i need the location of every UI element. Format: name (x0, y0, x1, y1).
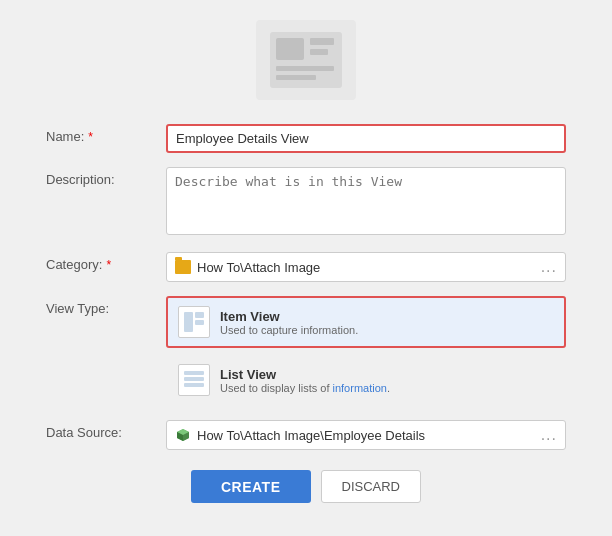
description-textarea[interactable] (166, 167, 566, 235)
svg-rect-8 (195, 320, 204, 325)
category-row: Category: * How To\Attach Image ... (46, 252, 566, 282)
description-field (166, 167, 566, 238)
datasource-field-wrapper: How To\Attach Image\Employee Details ... (166, 420, 566, 450)
category-value-display: How To\Attach Image (175, 260, 320, 275)
description-row: Description: (46, 167, 566, 238)
category-field-wrapper: How To\Attach Image ... (166, 252, 566, 282)
svg-rect-2 (310, 38, 334, 45)
name-label: Name: * (46, 124, 166, 144)
svg-rect-10 (184, 377, 204, 381)
view-type-label: View Type: (46, 296, 166, 316)
svg-rect-3 (310, 49, 328, 55)
datasource-text: How To\Attach Image\Employee Details (197, 428, 425, 443)
category-select[interactable]: How To\Attach Image ... (166, 252, 566, 282)
svg-rect-9 (184, 371, 204, 375)
list-view-icon (178, 364, 210, 396)
name-required: * (88, 130, 93, 144)
name-input[interactable] (166, 124, 566, 153)
list-view-option[interactable]: List View Used to display lists of infor… (166, 354, 566, 406)
create-button[interactable]: CREATE (191, 470, 311, 503)
name-field (166, 124, 566, 153)
list-view-text: List View Used to display lists of infor… (220, 367, 390, 394)
category-required: * (106, 258, 111, 272)
item-view-desc: Used to capture information. (220, 324, 358, 336)
item-view-title: Item View (220, 309, 358, 324)
svg-rect-11 (184, 383, 204, 387)
datasource-more-button[interactable]: ... (541, 426, 557, 444)
datasource-select[interactable]: How To\Attach Image\Employee Details ... (166, 420, 566, 450)
view-type-options: Item View Used to capture information. L… (166, 296, 566, 406)
svg-rect-5 (276, 75, 316, 80)
category-more-button[interactable]: ... (541, 258, 557, 276)
create-view-form: Name: * Description: Category: * How To\… (46, 124, 566, 503)
description-label: Description: (46, 167, 166, 187)
name-row: Name: * (46, 124, 566, 153)
list-view-title: List View (220, 367, 390, 382)
category-text: How To\Attach Image (197, 260, 320, 275)
cube-icon (175, 427, 191, 443)
category-label: Category: * (46, 252, 166, 272)
svg-rect-1 (276, 38, 304, 60)
datasource-label: Data Source: (46, 420, 166, 440)
folder-icon (175, 260, 191, 274)
list-view-desc: Used to display lists of information. (220, 382, 390, 394)
svg-rect-4 (276, 66, 334, 71)
datasource-row: Data Source: How To\Attach Image\Employe… (46, 420, 566, 450)
form-buttons: CREATE DISCARD (46, 470, 566, 503)
svg-rect-7 (195, 312, 204, 318)
item-view-icon (178, 306, 210, 338)
view-icon-preview (256, 20, 356, 100)
svg-rect-6 (184, 312, 193, 332)
item-view-text: Item View Used to capture information. (220, 309, 358, 336)
view-type-row: View Type: Item View Used to capture inf… (46, 296, 566, 406)
discard-button[interactable]: DISCARD (321, 470, 422, 503)
datasource-value-display: How To\Attach Image\Employee Details (175, 427, 425, 443)
item-view-option[interactable]: Item View Used to capture information. (166, 296, 566, 348)
